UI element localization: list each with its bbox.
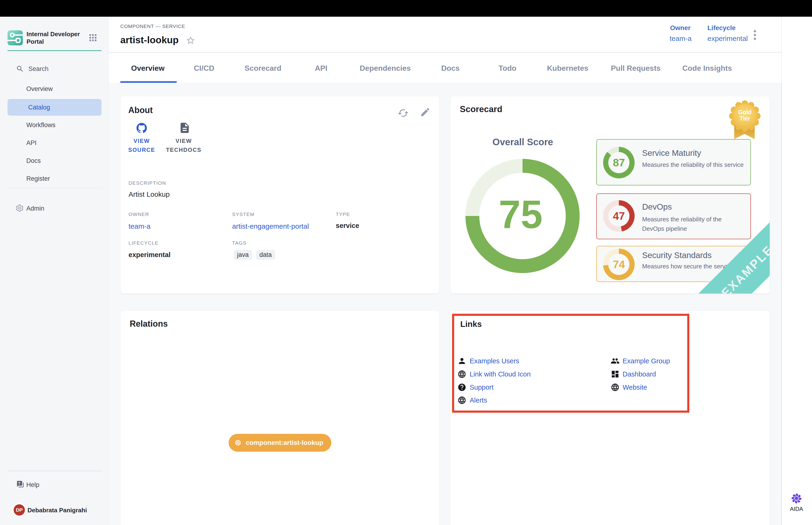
svg-text:Gold: Gold (738, 109, 752, 115)
svg-text:?: ? (18, 481, 20, 485)
svg-text:Tier: Tier (739, 115, 750, 122)
